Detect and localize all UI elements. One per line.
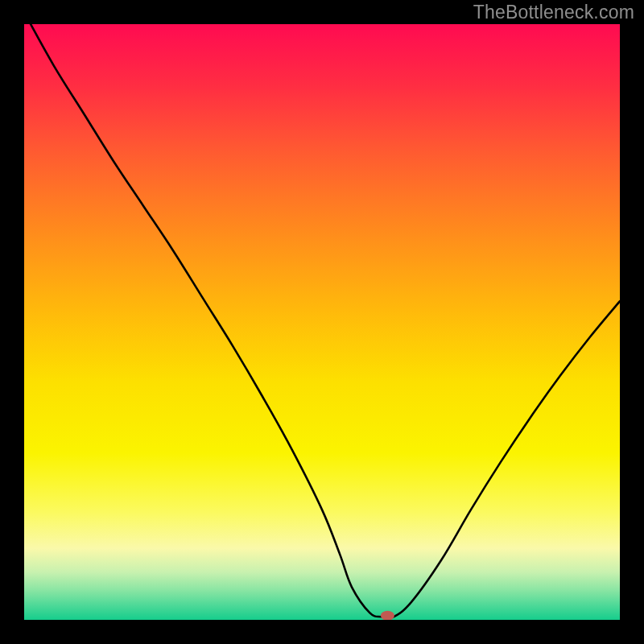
chart-frame: TheBottleneck.com — [0, 0, 644, 644]
watermark-text: TheBottleneck.com — [473, 2, 634, 23]
plot-area — [24, 24, 620, 620]
gradient-background — [24, 24, 620, 620]
chart-svg — [24, 24, 620, 620]
